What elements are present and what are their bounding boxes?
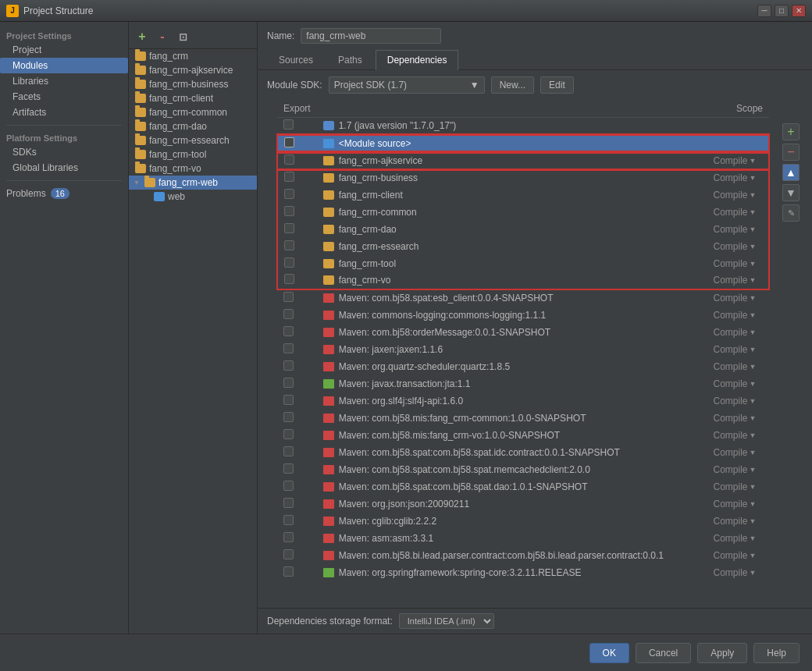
table-row[interactable]: fang_crm-dao Compile▼ bbox=[277, 221, 769, 238]
sidebar-item-artifacts[interactable]: Artifacts bbox=[0, 105, 128, 120]
table-row[interactable]: Maven: com.bj58.mis:fang_crm-vo:1.0.0-SN… bbox=[277, 427, 769, 444]
export-checkbox[interactable] bbox=[283, 292, 294, 302]
sidebar-item-modules[interactable]: Modules bbox=[0, 58, 128, 73]
table-row[interactable]: Maven: com.bj58.mis:fang_crm-common:1.0.… bbox=[277, 410, 769, 427]
module-item-fang-crm-tool[interactable]: fang_crm-tool bbox=[129, 147, 257, 162]
export-checkbox[interactable] bbox=[284, 137, 294, 147]
add-module-button[interactable]: + bbox=[134, 28, 151, 45]
table-row[interactable]: fang_crm-common Compile▼ bbox=[277, 204, 769, 221]
close-button[interactable]: ✕ bbox=[792, 5, 806, 17]
export-checkbox[interactable] bbox=[283, 326, 294, 336]
export-checkbox[interactable] bbox=[283, 343, 294, 353]
module-item-fang-crm-business[interactable]: fang_crm-business bbox=[129, 77, 257, 91]
move-down-button[interactable]: ▼ bbox=[782, 184, 800, 201]
export-checkbox[interactable] bbox=[283, 566, 294, 577]
scope-arrow: ▼ bbox=[750, 517, 757, 525]
edit-dependency-button[interactable]: ✎ bbox=[782, 204, 800, 222]
export-checkbox[interactable] bbox=[284, 240, 294, 250]
module-item-fang-crm-client[interactable]: fang_crm-client bbox=[129, 91, 257, 105]
table-row[interactable]: Maven: com.bj58.bi.lead.parser.contract:… bbox=[277, 547, 769, 564]
export-checkbox[interactable] bbox=[283, 515, 294, 525]
tab-paths[interactable]: Paths bbox=[326, 50, 374, 69]
table-row[interactable]: Maven: com.bj58.spat:esb_client:0.0.4-SN… bbox=[277, 289, 769, 307]
table-row[interactable]: Maven: org.quartz-scheduler:quartz:1.8.5… bbox=[277, 358, 769, 375]
storage-select[interactable]: IntelliJ IDEA (.iml) bbox=[399, 613, 494, 629]
folder-icon bbox=[144, 178, 155, 187]
export-checkbox[interactable] bbox=[283, 481, 294, 491]
table-row[interactable]: Maven: javax.transaction:jta:1.1 Compile… bbox=[277, 375, 769, 392]
module-item-fang-crm-dao[interactable]: fang_crm-dao bbox=[129, 119, 257, 133]
table-row[interactable]: Maven: com.bj58.spat:com.bj58.spat.idc.c… bbox=[277, 444, 769, 461]
export-checkbox[interactable] bbox=[283, 360, 294, 371]
table-row[interactable]: 1.7 (java version "1.7.0_17") bbox=[277, 118, 769, 135]
tab-sources[interactable]: Sources bbox=[267, 50, 325, 69]
sidebar-item-sdks[interactable]: SDKs bbox=[0, 144, 128, 160]
table-row[interactable]: Maven: org.slf4j:slf4j-api:1.6.0 Compile… bbox=[277, 392, 769, 410]
sidebar-item-project[interactable]: Project bbox=[0, 42, 128, 58]
module-item-fang-crm-essearch[interactable]: fang_crm-essearch bbox=[129, 133, 257, 147]
table-row[interactable]: Maven: com.bj58.spat:com.bj58.spat.dao:1… bbox=[277, 478, 769, 495]
table-row[interactable]: fang_crm-essearch Compile▼ bbox=[277, 238, 769, 255]
sidebar-problems[interactable]: Problems 16 bbox=[0, 186, 128, 201]
export-checkbox[interactable] bbox=[283, 378, 294, 388]
export-checkbox[interactable] bbox=[283, 532, 294, 542]
sdk-new-button[interactable]: New... bbox=[491, 76, 534, 94]
export-checkbox[interactable] bbox=[284, 223, 294, 233]
export-checkbox[interactable] bbox=[283, 429, 294, 439]
move-up-button[interactable]: ▲ bbox=[782, 164, 800, 181]
sdk-edit-button[interactable]: Edit bbox=[540, 76, 574, 94]
ok-button[interactable]: OK bbox=[589, 643, 629, 663]
export-checkbox[interactable] bbox=[283, 395, 294, 405]
maximize-button[interactable]: □ bbox=[775, 5, 789, 17]
folder-icon bbox=[135, 164, 146, 173]
export-checkbox[interactable] bbox=[283, 412, 294, 422]
export-checkbox[interactable] bbox=[283, 498, 294, 508]
table-row[interactable]: Maven: org.json:json:20090211 Compile▼ bbox=[277, 495, 769, 513]
module-item-fang-crm-web[interactable]: ▼ fang_crm-web bbox=[129, 176, 257, 190]
sidebar-item-libraries[interactable]: Libraries bbox=[0, 73, 128, 89]
table-row[interactable]: Maven: asm:asm:3.3.1 Compile▼ bbox=[277, 530, 769, 547]
export-checkbox[interactable] bbox=[283, 119, 294, 130]
table-row[interactable]: <Module source> bbox=[277, 135, 769, 152]
sidebar-item-facets[interactable]: Facets bbox=[0, 89, 128, 105]
tab-dependencies[interactable]: Dependencies bbox=[376, 50, 459, 70]
apply-button[interactable]: Apply bbox=[697, 643, 747, 663]
table-row[interactable]: Maven: jaxen:jaxen:1.1.6 Compile▼ bbox=[277, 341, 769, 358]
table-row[interactable]: Maven: com.bj58.spat:com.bj58.spat.memca… bbox=[277, 461, 769, 478]
table-row[interactable]: fang_crm-vo Compile▼ bbox=[277, 272, 769, 289]
minimize-button[interactable]: ─ bbox=[757, 5, 771, 17]
remove-module-button[interactable]: - bbox=[154, 28, 171, 45]
table-row[interactable]: Maven: commons-logging:commons-logging:1… bbox=[277, 307, 769, 324]
remove-dependency-button[interactable]: − bbox=[782, 144, 800, 161]
name-input[interactable] bbox=[301, 28, 441, 44]
export-checkbox[interactable] bbox=[284, 206, 294, 216]
table-row[interactable]: fang_crm-ajkservice Compile▼ bbox=[277, 152, 769, 169]
table-row[interactable]: fang_crm-client Compile▼ bbox=[277, 186, 769, 204]
sdk-select[interactable]: Project SDK (1.7) ▼ bbox=[329, 76, 485, 94]
module-item-fang-crm-common[interactable]: fang_crm-common bbox=[129, 105, 257, 119]
add-dependency-button[interactable]: + bbox=[782, 123, 800, 140]
export-checkbox[interactable] bbox=[283, 446, 294, 456]
module-item-fang-crm-vo[interactable]: fang_crm-vo bbox=[129, 162, 257, 176]
module-item-fang-crm-ajkservice[interactable]: fang_crm-ajkservice bbox=[129, 63, 257, 77]
module-item-web[interactable]: web bbox=[129, 190, 257, 204]
export-checkbox[interactable] bbox=[284, 274, 294, 284]
export-checkbox[interactable] bbox=[284, 172, 294, 182]
export-checkbox[interactable] bbox=[283, 309, 294, 319]
table-row[interactable]: Maven: cglib:cglib:2.2.2 Compile▼ bbox=[277, 513, 769, 530]
copy-module-button[interactable]: ⊡ bbox=[174, 28, 191, 45]
module-item-fang-crm[interactable]: fang_crm bbox=[129, 49, 257, 63]
table-row[interactable]: fang_crm-tool Compile▼ bbox=[277, 255, 769, 272]
export-checkbox[interactable] bbox=[283, 549, 294, 559]
table-row[interactable]: fang_crm-business Compile▼ bbox=[277, 169, 769, 186]
export-checkbox[interactable] bbox=[284, 154, 294, 165]
cancel-button[interactable]: Cancel bbox=[636, 643, 691, 663]
export-checkbox[interactable] bbox=[284, 189, 294, 199]
table-row[interactable]: Maven: com.bj58:orderMessage:0.0.1-SNAPS… bbox=[277, 324, 769, 341]
sidebar-item-global-libraries[interactable]: Global Libraries bbox=[0, 160, 128, 176]
export-checkbox[interactable] bbox=[284, 257, 294, 268]
export-checkbox[interactable] bbox=[283, 463, 294, 474]
folder-icon bbox=[135, 108, 146, 117]
table-row[interactable]: Maven: org.springframework:spring-core:3… bbox=[277, 564, 769, 581]
help-button[interactable]: Help bbox=[753, 643, 800, 663]
